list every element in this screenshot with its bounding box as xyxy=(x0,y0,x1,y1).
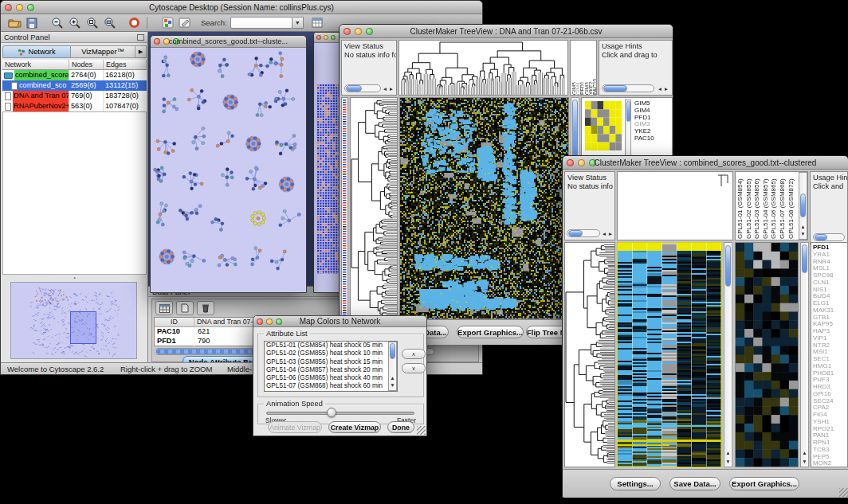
close-button[interactable] xyxy=(316,35,321,40)
export-graphics-button[interactable]: Export Graphics... xyxy=(457,326,524,338)
selection-marks-strip[interactable] xyxy=(341,97,348,319)
search-input[interactable] xyxy=(230,17,292,29)
attribute-item[interactable]: GPL51-07 (GSM868) heat shock 60 min xyxy=(266,382,397,390)
column-labels-scrollbar[interactable]: ▲ ▼ xyxy=(799,172,807,240)
zoom-fit-icon[interactable] xyxy=(102,16,118,30)
speed-slider-track[interactable] xyxy=(266,412,414,415)
delete-attribute-icon[interactable] xyxy=(197,301,214,315)
network-tab-icon xyxy=(18,49,26,56)
animate-vizmap-button[interactable]: Animate Vizmap xyxy=(268,421,322,433)
row-dendrogram[interactable] xyxy=(564,242,615,467)
scroll-up-arrow[interactable]: ▲ xyxy=(799,224,807,229)
splitter-handle[interactable]: ▪ xyxy=(1,275,148,281)
scroll-up-arrow[interactable]: ▲ xyxy=(389,375,396,381)
move-up-button[interactable]: ∧ xyxy=(402,349,426,359)
scroll-right-arrow[interactable]: ► xyxy=(607,231,614,236)
gene-label[interactable]: MON2 xyxy=(813,460,847,467)
speed-slider-thumb[interactable] xyxy=(327,408,336,417)
network-canvas-area[interactable] xyxy=(151,48,306,292)
network-graph-canvas[interactable] xyxy=(151,48,306,292)
save-data-button[interactable]: Save Data... xyxy=(669,477,720,490)
usage-hints-hscrollbar[interactable] xyxy=(813,233,845,241)
resize-grip[interactable] xyxy=(417,426,426,435)
scroll-right-arrow[interactable]: ► xyxy=(663,86,669,92)
scroll-left-arrow[interactable]: ◄ xyxy=(601,231,607,236)
settings-button[interactable]: Settings... xyxy=(610,477,661,490)
status-zoom-hint: Right-click + drag to ZOOM xyxy=(120,365,212,373)
new-attribute-icon[interactable] xyxy=(176,301,194,315)
search-label: Search: xyxy=(201,18,227,27)
float-panel-icon[interactable] xyxy=(137,34,144,41)
attribute-item[interactable]: GPL51-02 (GSM855) heat shock 10 min xyxy=(266,350,397,357)
help-icon[interactable] xyxy=(126,16,142,30)
save-session-icon[interactable] xyxy=(24,16,40,30)
row-dendrogram[interactable] xyxy=(350,97,398,319)
vizmapper-shortcut-icon[interactable] xyxy=(159,16,175,30)
treeview-combined-window[interactable]: ClusterMaker TreeView : combined_scores_… xyxy=(562,155,848,498)
column-label: GPL51-02 (GSM855) xyxy=(745,173,754,239)
network-table-header[interactable]: Network Nodes Edges xyxy=(2,60,147,70)
search-dropdown-button[interactable]: ▼ xyxy=(292,17,304,29)
network-row-selected[interactable]: combined_sco 2569(6) 13112(15) xyxy=(2,80,147,91)
birdseye-view[interactable] xyxy=(10,282,137,359)
zoom-window-button[interactable] xyxy=(331,35,336,40)
gene-list-panel[interactable]: PFD1YRA1RNR4MSL1SPC98CLN1NIS1BUD4ELG1MAK… xyxy=(811,242,848,467)
column-dendrogram[interactable] xyxy=(617,171,733,240)
done-button[interactable]: Done xyxy=(387,421,414,433)
scroll-down-arrow[interactable]: ▼ xyxy=(801,459,808,464)
attribute-item[interactable]: GPL51-03 (GSM856) heat shock 15 min xyxy=(266,358,397,366)
create-vizmap-button[interactable]: Create Vizmap xyxy=(328,421,381,433)
scroll-down-arrow[interactable]: ▼ xyxy=(389,382,396,388)
col-label: PAC10 xyxy=(592,41,596,95)
attribute-item[interactable]: GPL51-04 (GSM857) heat shock 20 min xyxy=(266,366,397,374)
export-graphics-button[interactable]: Export Graphics... xyxy=(729,477,799,490)
column-labels: GPL51-01 (GSM854)GPL51-02 (GSM855)GPL51-… xyxy=(736,173,795,239)
zoom-selected-icon[interactable] xyxy=(84,16,100,30)
scroll-right-arrow[interactable]: ► xyxy=(388,86,395,92)
main-title-bar[interactable]: Cytoscape Desktop (Session Name: collins… xyxy=(1,1,482,14)
network-row-combined-scores[interactable]: combined_scores 2764(0) 16218(0) xyxy=(2,70,147,80)
attribute-item[interactable]: GPL51-01 (GSM854) heat shock 05 min xyxy=(266,342,397,350)
open-session-icon[interactable] xyxy=(6,16,22,30)
birdseye-canvas[interactable] xyxy=(11,283,136,358)
network-row-dna[interactable]: DNA and Tran 07 769(0) 183728(0) xyxy=(2,91,147,101)
scroll-down-arrow[interactable]: ▼ xyxy=(724,459,732,464)
network-row-rna[interactable]: RNAPuberNov2+ 563(0) 107847(0) xyxy=(2,101,147,111)
scroll-left-arrow[interactable]: ◄ xyxy=(382,86,388,92)
usage-hints-hscrollbar[interactable] xyxy=(602,84,654,92)
map-colors-dialog[interactable]: Map Colors to Network Attribute List GPL… xyxy=(253,315,427,436)
network-window-title: combined_scores_good.txt--cluste... xyxy=(151,37,306,45)
tab-overflow-button[interactable]: ▶ xyxy=(135,45,147,58)
import-table-icon[interactable] xyxy=(310,16,326,30)
scroll-left-arrow[interactable]: ◄ xyxy=(657,86,663,92)
scroll-down-arrow[interactable]: ▼ xyxy=(799,231,807,236)
view-status-hscrollbar[interactable] xyxy=(567,229,600,237)
zoom-in-icon[interactable] xyxy=(67,16,83,30)
zoom-vscrollbar[interactable]: ▲ ▼ xyxy=(800,242,809,467)
scroll-up-arrow[interactable]: ▲ xyxy=(724,450,732,455)
tab-network[interactable]: Network xyxy=(2,45,71,58)
zoom-heatmap[interactable] xyxy=(735,242,799,467)
column-label: GPL51-04 (GSM857) xyxy=(762,173,771,239)
annotation-icon[interactable] xyxy=(177,16,193,30)
attribute-item[interactable]: GPL51-06 (GSM865) heat shock 40 min xyxy=(266,374,397,382)
column-dendrogram[interactable] xyxy=(398,40,568,96)
view-status-hscrollbar[interactable] xyxy=(344,84,381,92)
tab-vizmapper[interactable]: VizMapper™ xyxy=(71,45,135,58)
heatmap-vscrollbar[interactable]: ▲ ▼ xyxy=(724,242,732,467)
resize-grip[interactable] xyxy=(839,488,848,497)
network-view-window[interactable]: combined_scores_good.txt--cluste... xyxy=(150,35,307,293)
move-down-button[interactable]: ∨ xyxy=(402,363,426,373)
correlation-matrix-canvas[interactable] xyxy=(585,101,622,150)
gene-list[interactable]: PFD1YRA1RNR4MSL1SPC98CLN1NIS1BUD4ELG1MAK… xyxy=(811,243,847,467)
minimize-button[interactable] xyxy=(324,35,328,40)
attribute-list[interactable]: GPL51-01 (GSM854) heat shock 05 minGPL51… xyxy=(264,341,398,392)
table-view-icon[interactable] xyxy=(155,301,173,315)
heatmap-global[interactable] xyxy=(399,97,569,319)
heatmap-global[interactable] xyxy=(617,242,722,467)
attribute-list-scrollbar[interactable]: ▲ ▼ xyxy=(388,342,397,391)
scroll-up-arrow[interactable]: ▲ xyxy=(801,450,808,455)
zoom-out-icon[interactable] xyxy=(49,16,65,30)
network-tree-area[interactable] xyxy=(2,111,147,275)
treeview-combined-buttonbar: Settings... Save Data... Export Graphics… xyxy=(563,469,848,498)
